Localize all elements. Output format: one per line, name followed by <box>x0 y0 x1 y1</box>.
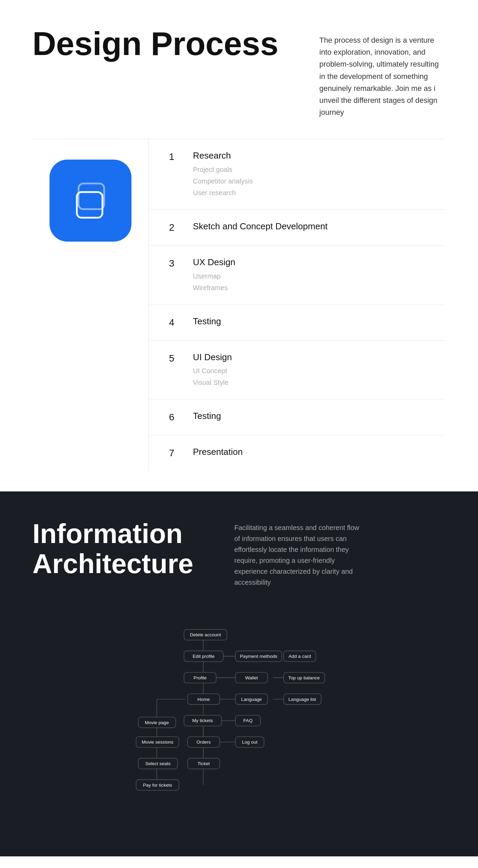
step-3-title: UX Design <box>193 257 425 268</box>
step-6-title: Testing <box>193 410 425 422</box>
ia-diagram-svg: Delete account Edit profile Payment meth… <box>85 615 393 815</box>
home-label: Home <box>197 696 210 702</box>
step-4-content: Testing <box>193 316 425 329</box>
step-4: 4 Testing <box>149 305 446 341</box>
delete-account-label: Delete account <box>190 632 221 637</box>
select-seats-label: Select seats <box>145 761 170 766</box>
ia-description: Facilitating a seamless and coherent flo… <box>234 519 364 588</box>
svg-rect-1 <box>77 192 102 218</box>
step-3-content: UX Design UsermapWireframes <box>193 257 425 294</box>
step-6-content: Testing <box>193 410 425 424</box>
step-5-title: UI Design <box>193 352 425 363</box>
log-out-label: Log out <box>242 740 258 745</box>
app-icon <box>50 160 131 242</box>
step-6-number: 6 <box>169 410 183 424</box>
language-list-label: Language list <box>289 696 316 702</box>
orders-label: Orders <box>197 740 211 745</box>
step-1-content: Research Project goalsCompetitor analysi… <box>193 150 425 199</box>
ticket-label: Ticket <box>198 761 210 766</box>
language-label: Language <box>241 696 262 702</box>
top-up-balance-label: Top up balance <box>288 675 320 680</box>
design-process-section: Design Process The process of design is … <box>0 0 478 491</box>
app-icon-svg <box>67 177 114 225</box>
step-7-content: Presentation <box>193 446 425 460</box>
step-3-sub: UsermapWireframes <box>193 270 425 294</box>
step-4-number: 4 <box>169 316 183 329</box>
step-2: 2 Sketch and Concept Development <box>149 210 446 246</box>
app-icon-column <box>32 139 149 471</box>
step-5-sub: UI ConceptVisual Style <box>193 365 425 388</box>
step-2-content: Sketch and Concept Development <box>193 221 425 234</box>
step-4-title: Testing <box>193 316 425 327</box>
my-tickets-label: My tickets <box>192 718 213 723</box>
step-5: 5 UI Design UI ConceptVisual Style <box>149 341 446 400</box>
wallet-label: Wallet <box>245 675 258 680</box>
step-7: 7 Presentation <box>149 435 446 471</box>
step-1: 1 Research Project goalsCompetitor analy… <box>149 139 446 210</box>
design-process-title: Design Process <box>32 27 278 60</box>
step-7-number: 7 <box>169 446 183 460</box>
step-1-number: 1 <box>169 150 183 163</box>
steps-column: 1 Research Project goalsCompetitor analy… <box>149 139 446 471</box>
movie-page-label: Movie page <box>145 720 169 725</box>
step-3: 3 UX Design UsermapWireframes <box>149 246 446 305</box>
pay-for-tickets-label: Pay for tickets <box>143 783 172 788</box>
step-1-sub: Project goalsCompetitor analysisUser res… <box>193 164 425 199</box>
step-2-title: Sketch and Concept Development <box>193 221 425 232</box>
ia-section: InformationArchitecture Facilitating a s… <box>0 491 478 856</box>
add-a-card-label: Add a card <box>289 654 311 659</box>
step-7-title: Presentation <box>193 446 425 458</box>
step-5-number: 5 <box>169 352 183 365</box>
faq-label: FAQ <box>243 718 253 723</box>
step-1-title: Research <box>193 150 425 162</box>
design-process-description: The process of design is a venture into … <box>319 27 446 118</box>
step-5-content: UI Design UI ConceptVisual Style <box>193 352 425 389</box>
ia-diagram: Delete account Edit profile Payment meth… <box>32 615 446 815</box>
ia-title: InformationArchitecture <box>32 519 193 579</box>
step-3-number: 3 <box>169 257 183 270</box>
step-6: 6 Testing <box>149 399 446 435</box>
edit-profile-label: Edit profile <box>193 654 214 659</box>
svg-rect-0 <box>79 184 104 209</box>
movie-sessions-label: Movie sessions <box>142 740 173 745</box>
step-2-number: 2 <box>169 221 183 234</box>
profile-label: Profile <box>194 675 207 680</box>
payment-methods-label: Payment methods <box>240 654 278 659</box>
